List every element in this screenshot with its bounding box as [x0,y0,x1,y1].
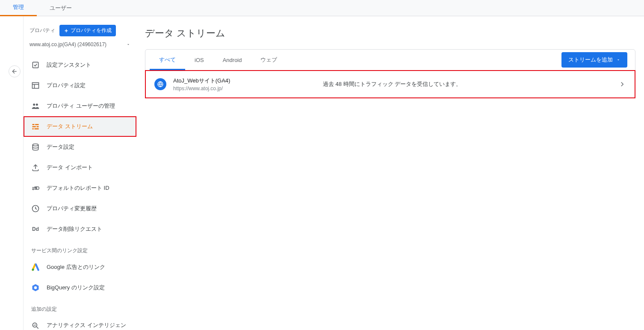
plus-icon [64,28,69,33]
create-property-label: プロパティを作成 [71,27,112,34]
chevron-right-icon [618,80,626,88]
section-links-label: サービス間のリンク設定 [24,239,136,257]
sidebar-item-google-ads-link[interactable]: Google 広告とのリンク [24,257,136,277]
create-property-button[interactable]: プロパティを作成 [59,25,116,36]
svg-rect-14 [35,128,39,130]
property-header: プロパティ プロパティを作成 [24,25,136,40]
svg-point-15 [32,144,38,146]
sidebar-item-label: データ削除リクエスト [47,225,102,233]
sidebar-item-label: データ ストリーム [47,123,93,130]
upload-icon [31,163,40,172]
id-icon: ⇄ID [31,184,40,192]
sidebar-item-data-deletion[interactable]: Dd データ削除リクエスト [24,219,136,239]
check-icon [31,61,40,69]
back-column [0,16,23,330]
stream-status: 過去 48 時間にトラフィック データを受信しています。 [314,80,618,88]
svg-rect-3 [32,62,38,68]
sidebar-item-label: プロパティ設定 [47,82,86,89]
page-title: データ ストリーム [145,27,635,40]
back-button[interactable] [9,65,21,77]
stream-tab-all[interactable]: すべて [150,50,185,70]
sidebar-item-label: BigQuery のリンク設定 [47,284,105,292]
streams-card: すべて iOS Android ウェブ ストリームを追加 AtoJ_Webサイト… [145,49,635,98]
stream-row[interactable]: AtoJ_Webサイト(GA4) https://www.atoj.co.jp/… [145,70,635,98]
stream-info: AtoJ_Webサイト(GA4) https://www.atoj.co.jp/ [173,77,314,91]
stream-tab-ios[interactable]: iOS [185,50,213,70]
selected-property-text: www.atoj.co.jp(GA4) (249602617) [30,41,106,47]
web-stream-icon [154,78,166,90]
sidebar-item-label: プロパティ ユーザーの管理 [47,102,115,110]
svg-rect-10 [35,124,38,125]
sidebar-item-label: プロパティ変更履歴 [47,205,97,212]
search-insights-icon [31,321,40,330]
stream-name: AtoJ_Webサイト(GA4) [173,77,314,85]
google-ads-icon [31,263,40,271]
svg-point-18 [32,268,34,271]
property-label: プロパティ [30,27,55,34]
sidebar-item-reporting-id[interactable]: ⇄ID デフォルトのレポート ID [24,178,136,198]
svg-rect-4 [32,82,39,88]
svg-line-22 [37,327,38,329]
caret-down-icon [616,58,620,62]
svg-rect-11 [32,126,36,127]
property-selector[interactable]: www.atoj.co.jp(GA4) (249602617) [24,40,136,55]
caret-down-icon [126,42,130,47]
svg-rect-12 [37,126,39,127]
sidebar-item-change-history[interactable]: プロパティ変更履歴 [24,198,136,219]
top-nav: 管理 ユーザー [0,0,644,16]
tab-users[interactable]: ユーザー [37,0,85,16]
svg-point-7 [33,103,35,106]
add-stream-button[interactable]: ストリームを追加 [561,52,627,68]
sidebar-item-setup-assistant[interactable]: 設定アシスタント [24,55,136,75]
sidebar-item-data-import[interactable]: データ インポート [24,157,136,178]
stream-icon [31,122,40,131]
sidebar-item-bigquery-link[interactable]: BigQuery のリンク設定 [24,277,136,298]
svg-rect-13 [32,128,34,130]
sidebar-item-label: Google 広告とのリンク [47,263,105,271]
sidebar-item-label: データ インポート [47,164,93,171]
history-icon [31,204,40,213]
panel-icon [31,81,40,90]
section-additional-label: 追加の設定 [24,298,136,315]
sidebar-item-label: データ設定 [47,143,74,151]
dd-icon: Dd [31,225,40,233]
database-icon [31,143,40,151]
stream-tabs: すべて iOS Android ウェブ ストリームを追加 [145,50,635,70]
sidebar-item-search-history[interactable]: アナリティクス インテリジェンスの検索履歴 [24,315,136,330]
stream-tab-android[interactable]: Android [213,50,251,70]
svg-rect-9 [32,124,35,125]
stream-tab-web[interactable]: ウェブ [251,50,287,70]
svg-point-20 [34,286,37,289]
add-stream-label: ストリームを追加 [568,56,613,64]
sidebar-item-label: アナリティクス インテリジェンスの検索履歴 [47,321,129,330]
sidebar-item-label: デフォルトのレポート ID [47,184,109,192]
sidebar-item-data-streams[interactable]: データ ストリーム [24,116,136,137]
stream-url: https://www.atoj.co.jp/ [173,85,314,91]
sidebar-item-label: 設定アシスタント [47,61,91,69]
sidebar-item-data-settings[interactable]: データ設定 [24,137,136,157]
sidebar: プロパティ プロパティを作成 www.atoj.co.jp(GA4) (2496… [23,16,136,330]
arrow-left-icon [11,68,18,75]
users-icon [31,102,40,110]
svg-point-8 [36,103,38,106]
sidebar-item-user-management[interactable]: プロパティ ユーザーの管理 [24,96,136,116]
bigquery-icon [31,283,40,292]
tab-admin[interactable]: 管理 [0,0,37,16]
main-content: データ ストリーム すべて iOS Android ウェブ ストリームを追加 A… [136,16,644,330]
sidebar-item-property-settings[interactable]: プロパティ設定 [24,75,136,96]
